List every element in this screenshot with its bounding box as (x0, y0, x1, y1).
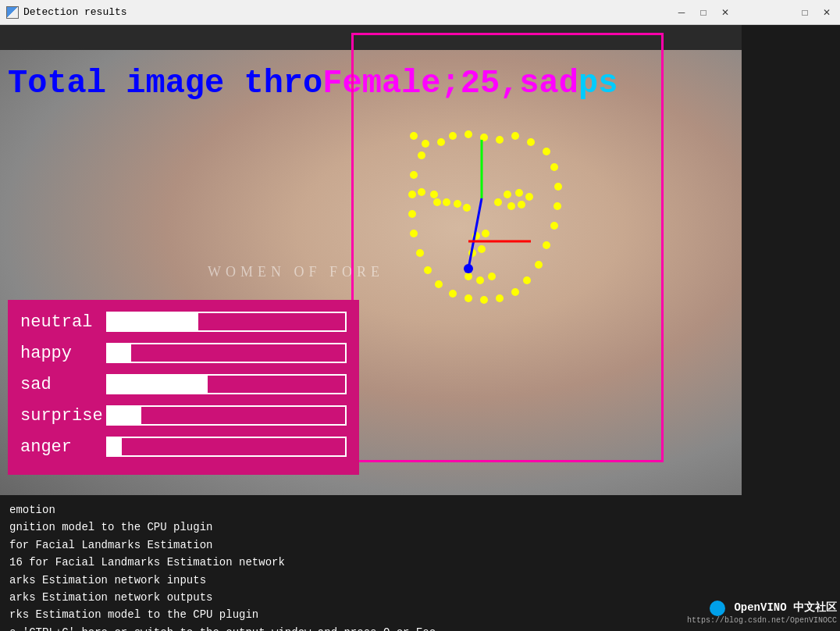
window-controls: ─ □ ✕ (671, 4, 735, 21)
emotion-overlay: neutralhappysadsurpriseanger (8, 300, 359, 475)
csdn-icon (710, 601, 725, 616)
console-line: emotion (9, 501, 732, 519)
emotion-row: happy (20, 340, 347, 365)
window-icon (6, 6, 19, 19)
emotion-bar-container (106, 405, 347, 426)
emotion-bar-fill (108, 344, 131, 362)
console-line: 16 for Facial Landmarks Estimation netwo… (9, 554, 732, 571)
face-bounding-box (351, 33, 664, 462)
emotion-bar-fill (108, 407, 141, 424)
emotion-bar-fill (108, 438, 122, 455)
emotion-row: sad (20, 372, 347, 397)
console-line: arks Estimation network outputs (9, 589, 732, 606)
heading-blue-text: Total image thro (8, 65, 322, 102)
close-button[interactable]: ✕ (715, 4, 735, 21)
csdn-url: https://blog.csdn.net/OpenVINOCC (687, 616, 837, 625)
emotion-bar-fill (108, 376, 208, 393)
console-area: emotiongnition model to the CPU pluginfo… (0, 495, 742, 631)
window-title: Detection results (23, 6, 671, 18)
console-line: rks Estimation model to the CPU plugin (9, 606, 732, 623)
right-title-bar: □ ✕ (742, 0, 840, 25)
detection-window: WOMEN OF FORE Total image throFemale;25,… (0, 25, 742, 631)
title-bar: Detection results ─ □ ✕ (0, 0, 742, 25)
emotion-label: neutral (20, 312, 106, 332)
emotion-row: surprise (20, 403, 347, 428)
console-line: arks Estimation network inputs (9, 572, 732, 589)
right-sidebar: OpenVINO 中文社区 https://blog.csdn.net/Open… (742, 25, 840, 631)
emotion-bar-fill (108, 313, 198, 330)
console-output: emotiongnition model to the CPU pluginfo… (9, 501, 732, 631)
right-close-button[interactable]: ✕ (817, 4, 837, 21)
emotion-row: anger (20, 434, 347, 459)
emotion-rows: neutralhappysadsurpriseanger (20, 309, 347, 459)
console-line: gnition model to the CPU plugin (9, 519, 732, 536)
emotion-row: neutral (20, 309, 347, 334)
emotion-label: anger (20, 437, 106, 457)
console-line: for Facial Landmarks Estimation (9, 537, 732, 554)
minimize-button[interactable]: ─ (671, 4, 692, 21)
csdn-title: OpenVINO 中文社区 (734, 601, 837, 614)
csdn-watermark: OpenVINO 中文社区 https://blog.csdn.net/Open… (687, 601, 837, 625)
emotion-bar-container (106, 343, 347, 363)
right-maximize-button[interactable]: □ (795, 4, 815, 21)
maximize-button[interactable]: □ (693, 4, 714, 21)
emotion-bar-container (106, 312, 347, 332)
emotion-bar-container (106, 437, 347, 457)
emotion-label: sad (20, 375, 106, 394)
emotion-label: surprise (20, 406, 106, 426)
emotion-bar-container (106, 374, 347, 394)
console-line: s 'CTRL+C' here or switch to the output … (9, 624, 732, 631)
emotion-label: happy (20, 344, 106, 363)
